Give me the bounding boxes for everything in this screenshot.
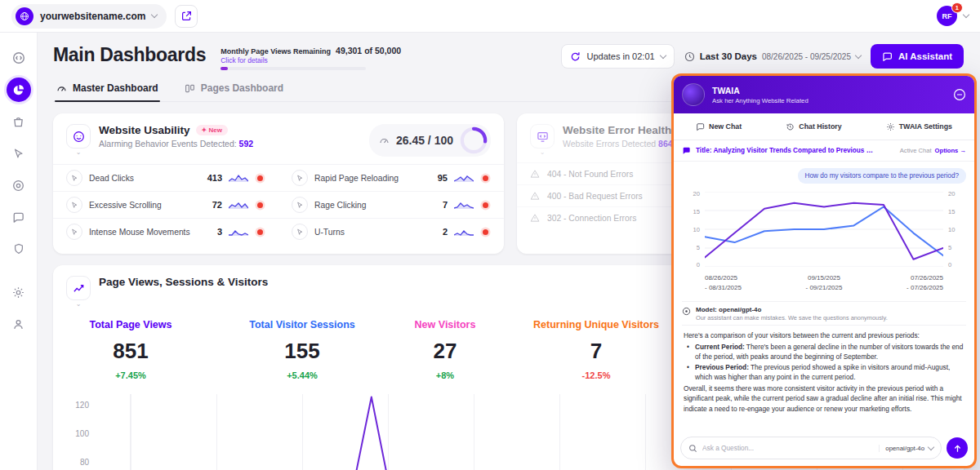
chevron-down-icon: [928, 443, 934, 450]
errors-count: 864: [658, 139, 673, 149]
sidebar-item-dashboards[interactable]: [7, 78, 31, 102]
usability-rows: Dead Clicks 413 Rapid Page Reloading 95 …: [53, 164, 504, 245]
sidebar-item-settings[interactable]: [7, 280, 31, 304]
website-usability-card: ⌄ Website Usability ✦ New Alarming Behav…: [53, 113, 504, 254]
chat-title: Title: Analyzing Visitor Trends Compared…: [696, 147, 874, 154]
pointer-icon: [292, 197, 308, 213]
period-label: Last 30 Days: [700, 51, 757, 61]
usability-subtitle: Alarming Behavior Events Detected: 592: [99, 139, 253, 149]
chevron-down-icon[interactable]: [963, 11, 969, 18]
sidebar-item-behavior[interactable]: [7, 141, 31, 166]
usability-row[interactable]: Dead Clicks 413: [53, 164, 278, 191]
avatar-initials: RF: [942, 12, 952, 20]
status-dot: [483, 202, 488, 208]
pointer-icon: [66, 224, 82, 240]
sparkline-icon: [454, 201, 474, 210]
pointer-icon: [292, 170, 308, 186]
status-dot: [483, 229, 488, 235]
topbar: yourwebsitename.com RF 1: [0, 0, 980, 33]
usability-row[interactable]: Intense Mouse Movements 3: [53, 218, 278, 245]
chat-body: How do my visitors compare to the previo…: [674, 162, 974, 432]
sidebar-item-campaigns[interactable]: [7, 173, 31, 197]
arrow-up-icon: [952, 443, 963, 454]
chevron-down-icon[interactable]: ⌄: [540, 150, 546, 155]
chevron-down-icon: [151, 11, 158, 18]
pointer-icon: [66, 170, 82, 186]
model-select[interactable]: openai/gpt-4o: [879, 445, 933, 452]
avatar[interactable]: RF 1: [937, 6, 957, 26]
y-axis-right: 20151050: [948, 190, 966, 268]
chat-icon: [696, 122, 705, 131]
twaia-header: TWAIA Ask her Anything Website Related: [674, 76, 974, 113]
open-website-button[interactable]: [175, 5, 198, 28]
ask-question-input[interactable]: [702, 444, 874, 452]
chevron-down-icon[interactable]: ⌄: [76, 302, 82, 307]
twaia-name: TWAIA: [712, 86, 808, 95]
twaia-tabbar: New Chat Chat History TWAIA Settings: [674, 113, 974, 140]
ai-assistant-button[interactable]: AI Assistant: [871, 44, 964, 69]
ask-question-box: openai/gpt-4o: [680, 437, 942, 459]
y-axis-tick: 100: [68, 429, 89, 438]
assistant-answer: Here's a comparison of your visitors bet…: [682, 326, 966, 414]
status-dot: [257, 229, 263, 235]
tab-pages-dashboard[interactable]: Pages Dashboard: [183, 78, 285, 101]
sidebar-item-communication[interactable]: [7, 205, 31, 229]
minimize-icon[interactable]: [953, 88, 966, 101]
visitors-comparison-chart: 20151050 20151050 08/26/2025- 08/31/2025…: [682, 190, 966, 298]
refresh-icon: [570, 51, 581, 62]
send-button[interactable]: [947, 437, 968, 459]
new-badge: ✦ New: [196, 125, 228, 135]
usability-row[interactable]: Excessive Scrolling 72: [53, 191, 278, 218]
chat-title-row: Title: Analyzing Visitor Trends Compared…: [674, 140, 974, 162]
sparkline-icon: [229, 201, 248, 210]
metric-new-visitors[interactable]: New Visitors 27 +8%: [408, 319, 482, 380]
quota-details-link[interactable]: Click for details: [220, 56, 380, 64]
sidebar-item-overview[interactable]: [7, 46, 31, 70]
quota-label: Monthly Page Views Remaining: [220, 47, 331, 55]
sidebar-item-ecommerce[interactable]: [7, 109, 31, 134]
quota-progress-fill: [220, 67, 228, 70]
status-dot: [483, 175, 488, 181]
warning-icon: [530, 169, 540, 179]
updates-countdown[interactable]: Updates in 02:01: [561, 44, 674, 69]
tab-new-chat[interactable]: New Chat: [696, 122, 742, 131]
notification-badge: 1: [951, 2, 963, 13]
gauge-icon: [56, 83, 67, 94]
date-range-picker[interactable]: Last 30 Days 08/26/2025 - 09/25/2025: [684, 51, 861, 62]
website-selector[interactable]: yourwebsitename.com: [11, 4, 167, 29]
chevron-down-icon[interactable]: ⌄: [76, 150, 82, 155]
tab-chat-history[interactable]: Chat History: [786, 122, 841, 131]
events-count: 592: [239, 139, 254, 149]
trend-icon: [66, 276, 91, 300]
search-icon: [688, 444, 697, 453]
sparkline-icon: [454, 174, 474, 183]
model-icon: [682, 307, 691, 316]
sidebar-item-privacy[interactable]: [7, 237, 31, 261]
usability-row[interactable]: Rage Clicking 7: [278, 191, 504, 218]
usability-icon: [66, 124, 91, 149]
sidebar-item-account[interactable]: [7, 312, 31, 336]
chat-icon: [882, 51, 893, 62]
y-axis-tick: 120: [68, 401, 89, 410]
twaia-avatar: [682, 83, 705, 106]
model-name: Model: openai/gpt-4o: [696, 306, 888, 313]
chat-options-link[interactable]: Options →: [935, 147, 966, 154]
user-message: How do my visitors compare to the previo…: [798, 168, 966, 184]
tab-master-dashboard[interactable]: Master Dashboard: [55, 78, 160, 101]
metric-total-page-views[interactable]: Total Page Views 851 +7.45%: [78, 319, 184, 380]
metric-total-visitor-sessions[interactable]: Total Visitor Sessions 155 +5.44%: [241, 319, 363, 380]
usability-row[interactable]: U-Turns 2: [278, 218, 504, 245]
gauge-icon: [379, 135, 390, 146]
sparkline-icon: [229, 174, 248, 183]
metric-returning-unique-visitors[interactable]: Returning Unique Visitors 7 -12.5%: [527, 319, 666, 380]
twaia-tagline: Ask her Anything Website Related: [712, 97, 808, 104]
warning-icon: [530, 213, 540, 223]
sidebar: [0, 33, 38, 470]
answer-outro: Overall, it seems there was more consist…: [684, 384, 964, 414]
chart-plot-area: [705, 192, 943, 267]
usability-row[interactable]: Rapid Page Reloading 95: [278, 164, 504, 191]
tab-twaia-settings[interactable]: TWAIA Settings: [886, 122, 952, 131]
score-ring: [460, 126, 488, 154]
card-title: Page Views, Sessions & Visitors: [99, 276, 268, 288]
gear-icon: [886, 122, 895, 131]
